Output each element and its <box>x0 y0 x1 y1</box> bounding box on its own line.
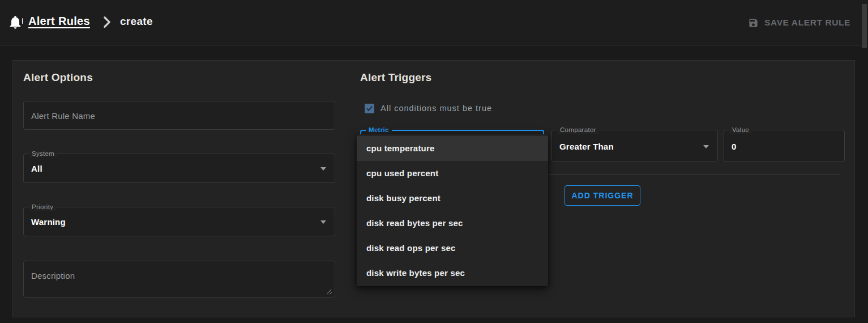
metric-option[interactable]: disk read ops per sec <box>357 236 548 261</box>
top-bar: Alert Rules create SAVE ALERT RULE <box>0 0 868 46</box>
priority-selected-value: Warning <box>31 217 66 227</box>
chevron-down-icon <box>320 220 326 224</box>
alert-rule-name-placeholder: Alert Rule Name <box>31 110 95 120</box>
chevron-down-icon <box>703 145 709 148</box>
all-conditions-checkbox[interactable] <box>365 104 374 113</box>
metric-option[interactable]: cpu used percent <box>357 161 548 186</box>
save-alert-rule-button[interactable]: SAVE ALERT RULE <box>748 15 850 31</box>
alert-rule-name-input[interactable]: Alert Rule Name <box>23 101 335 130</box>
metric-label: Metric <box>366 126 392 134</box>
resize-handle-icon[interactable] <box>326 288 332 295</box>
value-input[interactable]: Value 0 <box>724 130 845 162</box>
comparator-selected-value: Greater Than <box>559 141 614 151</box>
metric-option[interactable]: disk busy percent <box>357 186 548 211</box>
system-selected-value: All <box>31 164 42 173</box>
check-icon <box>366 105 373 112</box>
system-label: System <box>29 150 57 158</box>
bell-icon[interactable] <box>7 14 23 31</box>
add-trigger-button[interactable]: ADD TRIGGER <box>565 185 640 206</box>
chevron-right-icon <box>103 16 111 28</box>
breadcrumb-current-create: create <box>120 15 153 28</box>
save-button-label: SAVE ALERT RULE <box>764 18 850 28</box>
breadcrumb-alert-rules-link[interactable]: Alert Rules <box>28 15 90 28</box>
metric-option[interactable]: cpu temperature <box>357 136 548 161</box>
metric-option[interactable]: disk read bytes per sec <box>357 211 548 236</box>
all-conditions-label: All conditions must be true <box>380 104 492 113</box>
alert-triggers-title: Alert Triggers <box>360 71 431 84</box>
metric-option[interactable]: disk write bytes per sec <box>357 261 548 286</box>
metric-dropdown-panel: cpu temperaturecpu used percentdisk busy… <box>357 134 548 286</box>
dropdown-scrollbar-thumb[interactable] <box>862 4 867 48</box>
system-select[interactable]: System All <box>23 154 335 183</box>
value-label: Value <box>729 126 752 134</box>
value-current: 0 <box>732 141 737 151</box>
priority-select[interactable]: Priority Warning <box>23 207 335 236</box>
description-textarea[interactable]: Description <box>23 261 335 298</box>
alert-rule-create-page: Alert Rules create SAVE ALERT RULE Alert… <box>0 0 868 323</box>
save-icon <box>748 18 759 28</box>
comparator-select[interactable]: Comparator Greater Than <box>551 130 718 162</box>
all-conditions-row[interactable]: All conditions must be true <box>365 103 492 114</box>
description-placeholder: Description <box>31 271 75 280</box>
chevron-down-icon <box>320 167 326 171</box>
priority-label: Priority <box>29 203 56 211</box>
alert-options-title: Alert Options <box>23 71 93 84</box>
comparator-label: Comparator <box>557 126 599 134</box>
